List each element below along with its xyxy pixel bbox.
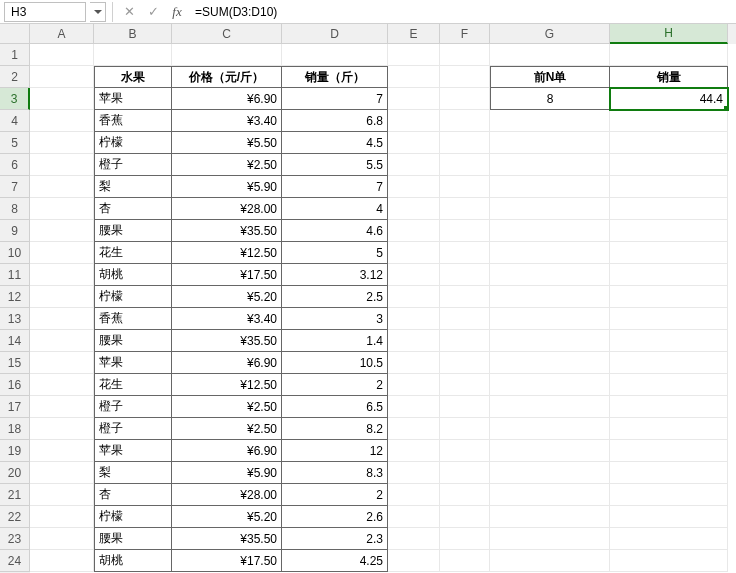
cell-price-22[interactable]: ¥5.20 [172, 506, 282, 528]
cell-F19[interactable] [440, 440, 490, 462]
cell-fruit-11[interactable]: 胡桃 [94, 264, 172, 286]
cell-F23[interactable] [440, 528, 490, 550]
column-header-G[interactable]: G [490, 24, 610, 44]
cell-price-17[interactable]: ¥2.50 [172, 396, 282, 418]
cell-A15[interactable] [30, 352, 94, 374]
column-header-F[interactable]: F [440, 24, 490, 44]
cell-G7[interactable] [490, 176, 610, 198]
cell-G18[interactable] [490, 418, 610, 440]
cell-qty-6[interactable]: 5.5 [282, 154, 388, 176]
cell-H23[interactable] [610, 528, 728, 550]
cell-E3[interactable] [388, 88, 440, 110]
cell-qty-12[interactable]: 2.5 [282, 286, 388, 308]
cell-A21[interactable] [30, 484, 94, 506]
cell-price-10[interactable]: ¥12.50 [172, 242, 282, 264]
row-header-19[interactable]: 19 [0, 440, 30, 462]
cell-G10[interactable] [490, 242, 610, 264]
cell-E21[interactable] [388, 484, 440, 506]
cell-F21[interactable] [440, 484, 490, 506]
row-header-8[interactable]: 8 [0, 198, 30, 220]
cell-fruit-6[interactable]: 橙子 [94, 154, 172, 176]
cell-A8[interactable] [30, 198, 94, 220]
cell-C1[interactable] [172, 44, 282, 66]
cell-G14[interactable] [490, 330, 610, 352]
cell-qty-17[interactable]: 6.5 [282, 396, 388, 418]
cell-E10[interactable] [388, 242, 440, 264]
cell-F20[interactable] [440, 462, 490, 484]
cell-price-21[interactable]: ¥28.00 [172, 484, 282, 506]
row-header-5[interactable]: 5 [0, 132, 30, 154]
row-header-11[interactable]: 11 [0, 264, 30, 286]
header-topn[interactable]: 前N单 [490, 66, 610, 88]
cell-E14[interactable] [388, 330, 440, 352]
cell-G11[interactable] [490, 264, 610, 286]
cell-A16[interactable] [30, 374, 94, 396]
cell-qty-14[interactable]: 1.4 [282, 330, 388, 352]
cell-price-9[interactable]: ¥35.50 [172, 220, 282, 242]
fx-icon[interactable]: fx [167, 2, 187, 22]
cell-qty-5[interactable]: 4.5 [282, 132, 388, 154]
cell-A5[interactable] [30, 132, 94, 154]
cell-G23[interactable] [490, 528, 610, 550]
cell-H20[interactable] [610, 462, 728, 484]
row-header-12[interactable]: 12 [0, 286, 30, 308]
cell-price-16[interactable]: ¥12.50 [172, 374, 282, 396]
cell-H6[interactable] [610, 154, 728, 176]
cell-price-6[interactable]: ¥2.50 [172, 154, 282, 176]
cell-H21[interactable] [610, 484, 728, 506]
cell-E17[interactable] [388, 396, 440, 418]
cell-fruit-3[interactable]: 苹果 [94, 88, 172, 110]
cell-F8[interactable] [440, 198, 490, 220]
cell-price-8[interactable]: ¥28.00 [172, 198, 282, 220]
cells-area[interactable]: 水果价格（元/斤）销量（斤）前N单销量苹果¥6.907844.4香蕉¥3.406… [30, 44, 736, 573]
cell-E22[interactable] [388, 506, 440, 528]
cell-H4[interactable] [610, 110, 728, 132]
cell-price-12[interactable]: ¥5.20 [172, 286, 282, 308]
cell-E24[interactable] [388, 550, 440, 572]
cell-qty-13[interactable]: 3 [282, 308, 388, 330]
select-all-corner[interactable] [0, 24, 30, 44]
row-header-6[interactable]: 6 [0, 154, 30, 176]
cell-G16[interactable] [490, 374, 610, 396]
row-header-3[interactable]: 3 [0, 88, 30, 110]
cell-E5[interactable] [388, 132, 440, 154]
name-box[interactable]: H3 [4, 2, 86, 22]
cell-A20[interactable] [30, 462, 94, 484]
cell-price-15[interactable]: ¥6.90 [172, 352, 282, 374]
column-header-H[interactable]: H [610, 24, 728, 44]
cell-qty-8[interactable]: 4 [282, 198, 388, 220]
cell-G5[interactable] [490, 132, 610, 154]
cell-fruit-18[interactable]: 橙子 [94, 418, 172, 440]
cell-E23[interactable] [388, 528, 440, 550]
cell-H13[interactable] [610, 308, 728, 330]
row-header-10[interactable]: 10 [0, 242, 30, 264]
row-header-24[interactable]: 24 [0, 550, 30, 572]
cell-A3[interactable] [30, 88, 94, 110]
cell-qty-4[interactable]: 6.8 [282, 110, 388, 132]
cell-fruit-15[interactable]: 苹果 [94, 352, 172, 374]
cell-E13[interactable] [388, 308, 440, 330]
cell-A9[interactable] [30, 220, 94, 242]
cell-sum-qty[interactable]: 44.4 [610, 88, 728, 110]
cell-H19[interactable] [610, 440, 728, 462]
cell-E1[interactable] [388, 44, 440, 66]
cell-qty-24[interactable]: 4.25 [282, 550, 388, 572]
header-qty[interactable]: 销量（斤） [282, 66, 388, 88]
cell-topn[interactable]: 8 [490, 88, 610, 110]
cell-fruit-20[interactable]: 梨 [94, 462, 172, 484]
cell-F18[interactable] [440, 418, 490, 440]
cell-E11[interactable] [388, 264, 440, 286]
cell-price-19[interactable]: ¥6.90 [172, 440, 282, 462]
cell-fruit-24[interactable]: 胡桃 [94, 550, 172, 572]
cell-H18[interactable] [610, 418, 728, 440]
cell-A17[interactable] [30, 396, 94, 418]
cell-H5[interactable] [610, 132, 728, 154]
header-fruit[interactable]: 水果 [94, 66, 172, 88]
cell-F22[interactable] [440, 506, 490, 528]
cell-fruit-9[interactable]: 腰果 [94, 220, 172, 242]
cell-qty-7[interactable]: 7 [282, 176, 388, 198]
cell-G21[interactable] [490, 484, 610, 506]
cell-qty-3[interactable]: 7 [282, 88, 388, 110]
cell-fruit-21[interactable]: 杏 [94, 484, 172, 506]
cell-price-13[interactable]: ¥3.40 [172, 308, 282, 330]
